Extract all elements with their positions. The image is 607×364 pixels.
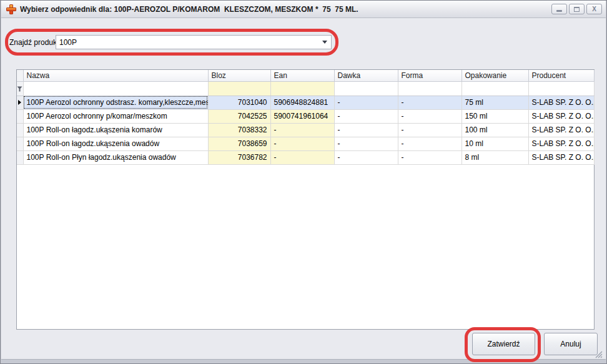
cell-ean[interactable]: 5906948824881 bbox=[270, 96, 334, 109]
cell-dawka[interactable]: - bbox=[334, 109, 398, 123]
filter-cell-bloz[interactable] bbox=[208, 81, 270, 96]
cell-producent[interactable]: S-LAB SP. Z O. O.,... bbox=[528, 96, 594, 109]
close-button[interactable]: X bbox=[586, 4, 602, 14]
search-label: Znajdź produkt: bbox=[9, 38, 61, 47]
cell-producent[interactable]: S-LAB SP. Z O. O.,... bbox=[528, 150, 594, 164]
cell-forma[interactable]: - bbox=[398, 150, 461, 164]
cell-dawka[interactable]: - bbox=[334, 123, 398, 137]
cell-forma[interactable]: - bbox=[398, 123, 461, 137]
combobox-value: 100P bbox=[59, 38, 318, 47]
table-row[interactable]: 100P Roll-on łagodz.ukąszenia owadów7038… bbox=[17, 137, 594, 150]
cell-ean[interactable]: 5900741961064 bbox=[270, 109, 334, 123]
filter-cell-forma[interactable] bbox=[398, 81, 461, 96]
cell-opakowanie[interactable]: 8 ml bbox=[461, 150, 528, 164]
cell-dawka[interactable]: - bbox=[334, 150, 398, 164]
cell-bloz[interactable]: 7042525 bbox=[208, 109, 270, 123]
indicator-column-header bbox=[17, 70, 23, 81]
row-indicator bbox=[17, 150, 23, 164]
chevron-down-icon bbox=[322, 41, 327, 44]
row-indicator bbox=[17, 137, 23, 150]
cell-forma[interactable]: - bbox=[398, 109, 461, 123]
cell-bloz[interactable]: 7038332 bbox=[208, 123, 270, 137]
filter-row-icon-cell bbox=[17, 81, 23, 96]
cell-nazwa[interactable]: 100P Roll-on Płyn łagodz.ukąszenia owadó… bbox=[23, 150, 208, 164]
minimize-icon bbox=[556, 10, 562, 12]
filter-cell-opakowanie[interactable] bbox=[461, 81, 528, 96]
cell-bloz[interactable]: 7031040 bbox=[208, 96, 270, 109]
confirm-button[interactable]: Zatwierdź bbox=[472, 333, 535, 355]
maximize-icon bbox=[574, 7, 580, 12]
column-header-producent[interactable]: Producent bbox=[528, 70, 594, 81]
grid-filter-row bbox=[17, 81, 594, 96]
cancel-button-label: Anuluj bbox=[560, 340, 581, 348]
cell-nazwa[interactable]: 100P Roll-on łagodz.ukąszenia owadów bbox=[23, 137, 208, 150]
row-indicator bbox=[17, 123, 23, 137]
dialog-window: Wybierz odpowiednik dla: 100P-AEROZOL P/… bbox=[0, 0, 607, 364]
title-bar: Wybierz odpowiednik dla: 100P-AEROZOL P/… bbox=[1, 1, 606, 18]
cell-forma[interactable]: - bbox=[398, 137, 461, 150]
column-header-dawka[interactable]: Dawka bbox=[334, 70, 398, 81]
window-title: Wybierz odpowiednik dla: 100P-AEROZOL P/… bbox=[20, 5, 358, 14]
resize-grip-icon[interactable] bbox=[595, 350, 603, 358]
cell-producent[interactable]: S-LAB SP. Z O. O.,... bbox=[528, 123, 594, 137]
cell-opakowanie[interactable]: 10 ml bbox=[461, 137, 528, 150]
column-header-bloz[interactable]: Bloz bbox=[208, 70, 270, 81]
minimize-button[interactable] bbox=[551, 4, 567, 14]
table-row[interactable]: 100P Roll-on łagodz.ukąszenia komarów703… bbox=[17, 123, 594, 137]
table-row[interactable]: 100P Aerozol ochronny p/komar/meszkom704… bbox=[17, 109, 594, 123]
cell-nazwa[interactable]: 100P Aerozol ochronny p/komar/meszkom bbox=[23, 109, 208, 123]
column-header-opakowanie[interactable]: Opakowanie bbox=[461, 70, 528, 81]
maximize-button[interactable] bbox=[569, 4, 585, 14]
product-search-combobox[interactable]: 100P bbox=[56, 35, 332, 49]
row-indicator bbox=[17, 96, 23, 109]
filter-row-icon bbox=[17, 86, 22, 92]
close-icon: X bbox=[592, 6, 596, 12]
cell-nazwa[interactable]: 100P Roll-on łagodz.ukąszenia komarów bbox=[23, 123, 208, 137]
column-header-nazwa[interactable]: Nazwa bbox=[23, 70, 208, 81]
cell-opakowanie[interactable]: 100 ml bbox=[461, 123, 528, 137]
cell-ean[interactable]: - bbox=[270, 123, 334, 137]
column-header-ean[interactable]: Ean bbox=[270, 70, 334, 81]
column-header-forma[interactable]: Forma bbox=[398, 70, 461, 81]
table-row[interactable]: 100P Roll-on Płyn łagodz.ukąszenia owadó… bbox=[17, 150, 594, 164]
filter-cell-producent[interactable] bbox=[528, 81, 594, 96]
pharmacy-cross-icon bbox=[6, 4, 16, 14]
table-row[interactable]: 100P Aerozol ochronny odstrasz. komary,k… bbox=[17, 96, 594, 109]
cell-forma[interactable]: - bbox=[398, 96, 461, 109]
cell-opakowanie[interactable]: 75 ml bbox=[461, 96, 528, 109]
combobox-dropdown-button[interactable] bbox=[318, 36, 331, 49]
cell-ean[interactable]: - bbox=[270, 137, 334, 150]
products-grid: Nazwa Bloz Ean Dawka Forma Opakowanie Pr… bbox=[16, 69, 595, 330]
cell-producent[interactable]: S-LAB SP. Z O. O.,... bbox=[528, 109, 594, 123]
confirm-button-label: Zatwierdź bbox=[487, 340, 520, 348]
cell-dawka[interactable]: - bbox=[334, 137, 398, 150]
cell-bloz[interactable]: 7036782 bbox=[208, 150, 270, 164]
filter-cell-dawka[interactable] bbox=[334, 81, 398, 96]
cell-producent[interactable]: S-LAB SP. Z O. O.,... bbox=[528, 137, 594, 150]
grid-body: 100P Aerozol ochronny odstrasz. komary,k… bbox=[17, 96, 594, 164]
row-indicator bbox=[17, 109, 23, 123]
cell-dawka[interactable]: - bbox=[334, 96, 398, 109]
grid-header-row: Nazwa Bloz Ean Dawka Forma Opakowanie Pr… bbox=[17, 70, 594, 81]
cell-nazwa[interactable]: 100P Aerozol ochronny odstrasz. komary,k… bbox=[23, 96, 208, 109]
filter-cell-nazwa[interactable] bbox=[23, 81, 208, 96]
cancel-button[interactable]: Anuluj bbox=[544, 333, 598, 355]
cell-bloz[interactable]: 7038659 bbox=[208, 137, 270, 150]
selected-row-arrow-icon bbox=[18, 100, 21, 105]
cell-opakowanie[interactable]: 150 ml bbox=[461, 109, 528, 123]
filter-cell-ean[interactable] bbox=[270, 81, 334, 96]
cell-ean[interactable]: - bbox=[270, 150, 334, 164]
